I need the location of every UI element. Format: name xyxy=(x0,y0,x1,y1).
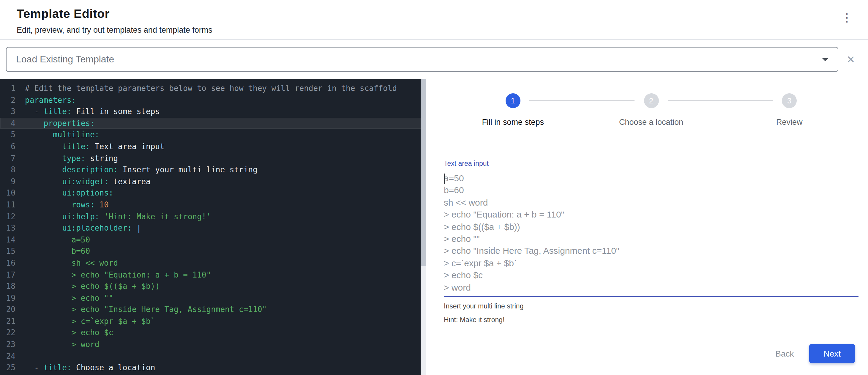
back-button[interactable]: Back xyxy=(768,344,801,363)
line-number: 11 xyxy=(0,199,16,211)
page-subtitle: Edit, preview, and try out templates and… xyxy=(17,26,851,34)
code-text xyxy=(16,350,25,362)
line-number: 10 xyxy=(0,187,16,199)
code-line: 21 > c=`expr $a + $b` xyxy=(0,316,426,327)
code-text: properties: xyxy=(16,118,95,129)
step-choose-a-location: 2 Choose a location xyxy=(582,93,720,127)
multiline-textarea[interactable]: a=50 b=60 sh << word > echo "Equation: a… xyxy=(444,173,859,297)
step-label: Choose a location xyxy=(619,118,683,127)
code-text: multiline: xyxy=(16,129,99,141)
line-number: 16 xyxy=(0,257,16,269)
code-line: 11 rows: 10 xyxy=(0,199,426,211)
steps-row: 1 Fill in some steps 2 Choose a location… xyxy=(444,93,859,127)
editor-scrollbar[interactable] xyxy=(421,79,426,375)
line-number: 7 xyxy=(0,152,16,164)
template-editor-page: Template Editor Edit, preview, and try o… xyxy=(0,0,868,375)
next-button[interactable]: Next xyxy=(809,344,855,363)
code-line: 24 xyxy=(0,350,426,362)
code-line: 16 sh << word xyxy=(0,257,426,269)
line-number: 5 xyxy=(0,129,16,141)
line-number: 21 xyxy=(0,316,16,327)
code-line: 20 > echo "Inside Here Tag, Assignment c… xyxy=(0,304,426,316)
line-number: 4 xyxy=(0,118,16,129)
code-line: 2parameters: xyxy=(0,94,426,106)
code-text: - title: Fill in some steps xyxy=(16,106,160,117)
step-label: Fill in some steps xyxy=(482,118,544,127)
line-number: 1 xyxy=(0,83,16,94)
code-text: > echo "Equation: a + b = 110" xyxy=(16,269,211,281)
step-circle: 1 xyxy=(505,93,521,108)
line-number: 12 xyxy=(0,211,16,222)
kebab-menu-icon[interactable]: ⋮ xyxy=(841,12,852,23)
scrollbar-thumb[interactable] xyxy=(421,79,426,265)
field-description: Insert your multi line string xyxy=(444,303,859,310)
step-fill-in-some-steps: 1 Fill in some steps xyxy=(444,93,582,127)
code-line: 3 - title: Fill in some steps xyxy=(0,106,426,117)
line-number: 2 xyxy=(0,94,16,106)
code-line: 1# Edit the template parameters below to… xyxy=(0,83,426,94)
code-line: 4 properties: xyxy=(0,118,426,129)
stepper: 1 Fill in some steps 2 Choose a location… xyxy=(444,93,859,127)
select-placeholder: Load Existing Template xyxy=(16,54,817,65)
code-line: 5 multiline: xyxy=(0,129,426,141)
code-line: 13 ui:placeholder: | xyxy=(0,222,426,234)
step-review: 3 Review xyxy=(720,93,859,127)
code-text: > echo $c xyxy=(16,327,113,339)
code-text: > echo $(($a + $b)) xyxy=(16,281,160,292)
line-number: 24 xyxy=(0,350,16,362)
code-text: ui:placeholder: | xyxy=(16,222,141,234)
yaml-editor[interactable]: 1# Edit the template parameters below to… xyxy=(0,79,426,375)
code-text: ui:help: 'Hint: Make it strong!' xyxy=(16,211,211,222)
textarea-placeholder-text: a=50 b=60 sh << word > echo "Equation: a… xyxy=(444,173,859,293)
form-preview-panel: 1 Fill in some steps 2 Choose a location… xyxy=(426,79,868,375)
line-number: 14 xyxy=(0,234,16,245)
code-text: parameters: xyxy=(16,94,76,106)
line-number: 6 xyxy=(0,141,16,152)
main-content: 1# Edit the template parameters below to… xyxy=(0,79,868,375)
code-text: ui:options: xyxy=(16,187,113,199)
line-number: 9 xyxy=(0,176,16,187)
step-circle: 3 xyxy=(782,93,797,108)
text-cursor xyxy=(444,174,445,184)
code-text: sh << word xyxy=(16,257,118,269)
line-number: 23 xyxy=(0,339,16,350)
caret-down-icon[interactable] xyxy=(822,58,828,61)
code-line: 22 > echo $c xyxy=(0,327,426,339)
code-text: > c=`expr $a + $b` xyxy=(16,316,155,327)
field-label: Text area input xyxy=(444,160,859,167)
code-line: 23 > word xyxy=(0,339,426,350)
line-number: 22 xyxy=(0,327,16,339)
code-text: > echo "Inside Here Tag, Assignment c=11… xyxy=(16,304,267,316)
close-icon[interactable]: ✕ xyxy=(838,53,863,66)
line-number: 8 xyxy=(0,164,16,176)
code-text: rows: 10 xyxy=(16,199,109,211)
stepper-connector xyxy=(668,100,773,101)
code-text: description: Insert your multi line stri… xyxy=(16,164,257,176)
code-text: title: Text area input xyxy=(16,141,164,152)
template-select-row: Load Existing Template ✕ xyxy=(0,40,868,79)
page-title: Template Editor xyxy=(17,6,851,21)
line-number: 20 xyxy=(0,304,16,316)
code-text: type: string xyxy=(16,152,118,164)
line-number: 18 xyxy=(0,281,16,292)
code-text: # Edit the template parameters below to … xyxy=(16,83,397,94)
code-line: 25 - title: Choose a location xyxy=(0,362,426,374)
line-number: 19 xyxy=(0,292,16,304)
step-label: Review xyxy=(776,118,803,127)
code-text: > echo "" xyxy=(16,292,113,304)
code-line: 9 ui:widget: textarea xyxy=(0,176,426,187)
line-number: 13 xyxy=(0,222,16,234)
line-number: 25 xyxy=(0,362,16,374)
code-text: ui:widget: textarea xyxy=(16,176,151,187)
load-template-select[interactable]: Load Existing Template xyxy=(6,47,838,72)
wizard-actions: Back Next xyxy=(444,344,859,363)
page-header: Template Editor Edit, preview, and try o… xyxy=(0,0,868,40)
code-line: 18 > echo $(($a + $b)) xyxy=(0,281,426,292)
code-text: b=60 xyxy=(16,246,90,257)
code-line: 6 title: Text area input xyxy=(0,141,426,152)
line-number: 15 xyxy=(0,246,16,257)
code-text: a=50 xyxy=(16,234,90,245)
stepper-connector xyxy=(530,100,634,101)
field-hint: Hint: Make it strong! xyxy=(444,316,859,323)
step-circle: 2 xyxy=(644,93,658,108)
